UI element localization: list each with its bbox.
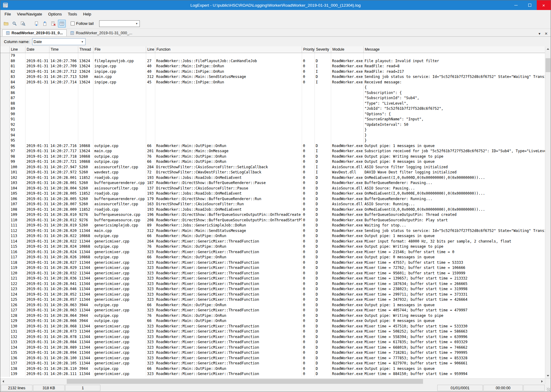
log-row[interactable]: 1152019-01-3114:20:28.02410868outpipe.cp… [0,244,545,250]
scroll-up-button[interactable] [545,46,551,52]
log-row[interactable]: 1192019-01-3114:20:28.02911344genericmix… [0,265,545,271]
column-header-function[interactable]: Function [155,46,302,53]
log-row[interactable]: 1002019-01-3114:20:27.9475260asiosourcef… [0,165,545,170]
row-selector[interactable] [0,143,10,149]
log-row[interactable]: 1142019-01-3114:20:28.02211344genericmix… [0,239,545,244]
row-selector[interactable] [0,318,10,324]
row-selector[interactable] [0,196,10,202]
row-selector[interactable] [0,233,10,239]
log-row[interactable]: 1272019-01-3114:20:28.06311344genericmix… [0,308,545,313]
row-selector[interactable] [0,154,10,159]
row-selector[interactable] [0,265,10,271]
log-row[interactable]: 1162019-01-3114:20:28.02411344genericmix… [0,250,545,255]
row-selector[interactable] [0,106,10,112]
log-row[interactable]: 1062019-01-3114:20:28.0055260bufferqueue… [0,196,545,202]
row-selector[interactable] [0,69,10,75]
row-selector[interactable] [0,212,10,218]
row-selector[interactable] [0,122,10,128]
log-row[interactable]: 86"Subscription": { [0,90,545,96]
row-selector[interactable] [0,159,10,165]
row-selector[interactable] [0,297,10,303]
menu-tools[interactable]: Tools [65,10,80,18]
row-selector[interactable] [0,286,10,292]
tab-roadworker-log-1[interactable]: RoadWorker_2019-01-31_0... [2,29,67,36]
log-row[interactable]: 79 [0,53,545,59]
horizontal-scroll-thumb[interactable] [67,379,423,384]
row-selector[interactable] [0,255,10,260]
row-selector[interactable] [0,271,10,276]
row-selector[interactable] [0,218,10,223]
clear-bookmarks-button[interactable] [49,20,57,28]
row-selector[interactable] [0,361,10,366]
row-selector[interactable] [0,180,10,186]
row-selector[interactable] [0,101,10,106]
row-selector[interactable] [0,186,10,191]
vertical-scrollbar[interactable] [545,46,551,378]
log-row[interactable]: 87"SubscriptionId": "Sub4", [0,95,545,101]
log-row[interactable]: 1222019-01-3114:20:28.04111344genericmix… [0,281,545,287]
log-row[interactable]: 842019-01-3114:20:27.71413624inpipe.cpp4… [0,80,545,85]
close-button[interactable]: × [537,0,551,10]
log-row[interactable]: 832019-01-3114:20:27.7135260main.cpp312R… [0,74,545,80]
log-row[interactable]: 85{ [0,85,545,90]
column-header-line[interactable]: Line [146,46,155,53]
log-row[interactable]: 95} [0,138,545,143]
tab-roadworker-log-2[interactable]: RoadWorker_2019-01-31_000_... [67,29,136,36]
row-selector[interactable] [0,371,10,377]
row-selector[interactable] [0,170,10,175]
menu-file[interactable]: File [2,10,14,18]
log-row[interactable]: 1072019-01-3114:20:28.0075260asiosourcef… [0,202,545,207]
log-row[interactable]: 992019-01-3114:20:27.72110868outpipe.cpp… [0,159,545,165]
resize-grip[interactable] [545,385,550,391]
next-bookmark-button[interactable] [41,20,49,28]
log-row[interactable]: 1342019-01-3114:20:28.08911344genericmix… [0,345,545,350]
log-row[interactable]: 962019-01-3114:20:27.71610868outpipe.cpp… [0,143,545,149]
row-selector[interactable] [0,292,10,297]
row-selector[interactable] [0,59,10,64]
log-row[interactable]: 1112019-01-3114:20:28.0195260genericsimp… [0,223,545,228]
row-selector[interactable] [0,207,10,213]
log-row[interactable]: 1282019-01-3114:20:28.0643944outpipe.cpp… [0,313,545,319]
log-row[interactable]: 1362019-01-3114:20:28.10011344genericmix… [0,356,545,361]
column-header-severity[interactable]: Severity [315,46,331,53]
log-row[interactable]: 1332019-01-3114:20:28.08411344genericmix… [0,340,545,345]
log-row[interactable]: 90"Options": { [0,112,545,117]
row-selector[interactable] [0,239,10,244]
log-row[interactable]: 982019-01-3114:20:27.71810868outpipe.cpp… [0,154,545,159]
row-selector[interactable] [0,202,10,207]
maximize-button[interactable] [523,0,537,10]
log-row[interactable]: 812019-01-3114:20:27.70913624inpipe.cpp4… [0,64,545,69]
log-row[interactable]: 1102019-01-3114:20:28.0129276bufferqueue… [0,218,545,223]
column-header-time[interactable]: Time [49,46,78,53]
row-selector[interactable] [0,324,10,329]
log-row[interactable]: 91"SourceGraphName": "Input", [0,117,545,122]
close-tab-button[interactable]: ✕ [543,31,549,36]
row-selector[interactable] [0,350,10,356]
row-selector[interactable] [0,138,10,143]
tab-list-dropdown-button[interactable]: ▾ [537,31,542,36]
row-selector[interactable] [0,133,10,138]
vertical-scroll-track[interactable] [545,52,551,373]
row-selector[interactable] [0,366,10,372]
row-selector[interactable] [0,80,10,85]
log-row[interactable]: 1392019-01-3114:20:28.11111344genericmix… [0,371,545,377]
log-row[interactable]: 1122019-01-3114:20:28.02011344main.cpp31… [0,228,545,234]
menu-view-navigate[interactable]: View/Navigate [14,10,45,18]
row-selector[interactable] [0,74,10,80]
log-row[interactable]: 1082019-01-3114:20:28.00911852roadjob.cp… [0,207,545,213]
log-row[interactable]: 1012019-01-3114:20:27.9725260wavdest.cpp… [0,170,545,175]
row-selector[interactable] [0,165,10,170]
row-selector[interactable] [0,313,10,319]
row-selector[interactable] [0,90,10,96]
log-row[interactable]: 1182019-01-3114:20:28.02711344genericmix… [0,260,545,266]
log-row[interactable]: 1372019-01-3114:20:28.10511344genericmix… [0,361,545,366]
row-selector[interactable] [0,276,10,281]
row-selector[interactable] [0,53,10,59]
column-header-date[interactable]: Date [25,46,49,53]
scroll-left-button[interactable] [0,379,6,384]
row-selector[interactable] [0,228,10,234]
row-selector[interactable] [0,85,10,90]
row-selector[interactable] [0,149,10,154]
log-row[interactable]: 822019-01-3114:20:27.71213624inpipe.cpp4… [0,69,545,75]
row-selector[interactable] [0,303,10,308]
